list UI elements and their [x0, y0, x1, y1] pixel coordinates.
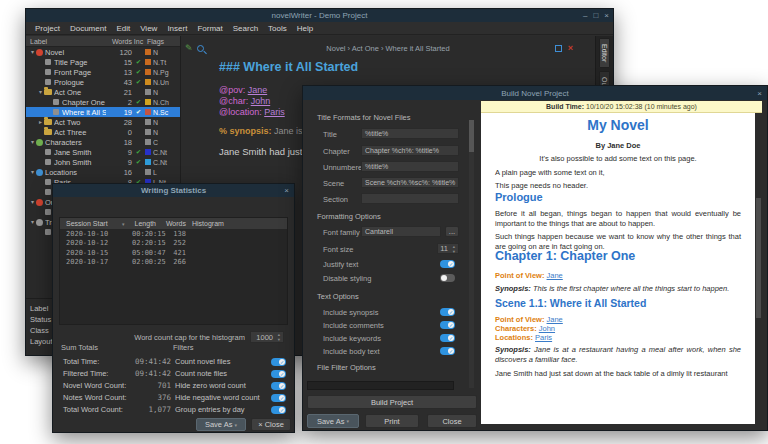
menu-view[interactable]: View [135, 24, 162, 33]
col-length[interactable]: Length [132, 220, 156, 227]
tag-link-paris[interactable]: Paris [264, 107, 285, 117]
menu-search[interactable]: Search [228, 24, 263, 33]
unnumbered-format-input[interactable]: %title% [361, 161, 459, 172]
title-format-input[interactable]: %title% [361, 128, 459, 139]
included-check-icon: ✔ [132, 108, 145, 116]
save-as-button[interactable]: Save As ▾ [307, 414, 359, 428]
toggle-disable-styling[interactable] [440, 274, 455, 282]
tag-link-john[interactable]: John [251, 96, 271, 106]
menu-document[interactable]: Document [65, 24, 111, 33]
tab-editor[interactable]: Editor [599, 38, 610, 68]
menu-help[interactable]: Help [292, 24, 318, 33]
tree-row[interactable]: ▾ Act One 21 N [26, 87, 180, 97]
expander-icon[interactable]: ▾ [37, 87, 44, 97]
settings-scrollbar[interactable] [469, 120, 474, 388]
tree-row[interactable]: Jane Smith 9 ✔ C.Nt [26, 147, 180, 157]
toggle-hide-zero-word-count[interactable]: ✓ [271, 382, 286, 390]
minimize-icon[interactable]: – [583, 11, 587, 20]
main-title-bar[interactable]: novelWriter - Demo Project – □ × [26, 9, 613, 22]
close-icon[interactable]: × [604, 11, 609, 20]
filter-row: Count note files✓ [175, 369, 286, 378]
tree-row[interactable]: Act Three 0 N [26, 127, 180, 137]
tree-row[interactable]: ▾ Locations 16 L [26, 167, 180, 177]
tree-row[interactable]: ▸ Act Two 28 N [26, 117, 180, 127]
tree-header[interactable]: Label Words Inc Flags [26, 36, 180, 47]
save-as-button[interactable]: Save As ▾ [196, 418, 246, 431]
scene-format-input[interactable]: Scene %ch%.%sc%: %title% [361, 177, 459, 188]
tag-link-jane[interactable]: Jane [248, 85, 268, 95]
toggle-group-entries-by-day[interactable]: ✓ [271, 406, 286, 414]
trash-icon [36, 219, 43, 226]
edit-document-icon[interactable]: ✎ [185, 43, 193, 53]
font-family-input[interactable]: Cantarell [361, 226, 441, 237]
close-button[interactable]: × Close [251, 418, 291, 431]
build-novel-project-dialog: Build Novel Project × Title Formats for … [302, 85, 768, 431]
sort-icon[interactable]: ▾ [122, 221, 132, 227]
menu-tools[interactable]: Tools [263, 24, 292, 33]
col-histogram[interactable]: Histogram [186, 220, 287, 227]
sessions-table[interactable]: Session Start ▾ Length Words Histogram 2… [59, 217, 288, 325]
tree-row[interactable]: John Smith 9 ✔ C.Nt [26, 157, 180, 167]
menu-format[interactable]: Format [192, 24, 227, 33]
toggle-count-note-files[interactable]: ✓ [271, 370, 286, 378]
tree-row[interactable]: Front Page 13 ✔ N.Pg [26, 67, 180, 77]
expander-icon[interactable]: ▸ [37, 117, 44, 127]
col-words[interactable]: Words [156, 220, 186, 227]
expander-icon[interactable]: ▾ [29, 167, 36, 177]
expander-icon[interactable]: ▾ [29, 197, 36, 207]
session-row[interactable]: 2020-10-15 05:00:47 421 [60, 248, 287, 258]
tree-col-words[interactable]: Words [106, 38, 132, 45]
session-row[interactable]: 2020-10-17 02:00:25 266 [60, 258, 287, 268]
preview-link-jane[interactable]: Jane [547, 315, 563, 324]
menu-project[interactable]: Project [30, 24, 65, 33]
status-chip [145, 159, 151, 165]
font-browse-button[interactable]: ... [445, 226, 459, 237]
menu-insert[interactable]: Insert [162, 24, 192, 33]
col-session-start[interactable]: Session Start [60, 220, 122, 227]
font-size-spinner[interactable]: 11 ▴▾ [437, 243, 459, 254]
tree-row[interactable]: Prologue 43 ✔ N.Un [26, 77, 180, 87]
print-button[interactable]: Print [365, 414, 419, 428]
expander-icon[interactable]: ▾ [29, 47, 36, 57]
build-title-bar[interactable]: Build Novel Project × [303, 86, 767, 100]
tree-row[interactable]: ▾ Novel 120 N [26, 47, 180, 57]
close-icon[interactable]: × [284, 184, 289, 197]
section-format-input[interactable] [361, 193, 459, 204]
session-row[interactable]: 2020-10-10 00:20:15 138 [60, 229, 287, 239]
tree-col-inc[interactable]: Inc [132, 38, 145, 45]
search-icon[interactable] [197, 45, 204, 52]
session-row[interactable]: 2020-10-12 02:20:15 252 [60, 239, 287, 249]
toggle-justify-text[interactable]: ✓ [440, 260, 455, 268]
document-heading: ### Where it All Started [219, 60, 585, 74]
stats-title-bar[interactable]: Writing Statistics × [53, 184, 294, 197]
expander-icon[interactable]: ▾ [29, 137, 36, 147]
toggle-include-synopsis[interactable]: ✓ [440, 308, 455, 316]
document-icon [45, 69, 51, 75]
tree-row[interactable]: Chapter One 2 ✔ N.Ch [26, 97, 180, 107]
chapter-format-input[interactable]: Chapter %ch%: %title% [361, 145, 459, 156]
maximize-icon[interactable]: □ [593, 11, 598, 20]
tree-row[interactable]: ▾ Characters 18 C [26, 137, 180, 147]
toggle-include-comments[interactable]: ✓ [440, 321, 455, 329]
tree-row-selected[interactable]: Where it All Start... 19 ✔ N.Sc [26, 107, 180, 117]
histogram-cap-spinner[interactable]: 1000 ▴▾ [250, 331, 284, 343]
tree-row[interactable]: Title Page 15 ✔ N.Tt [26, 57, 180, 67]
maximize-pane-icon[interactable] [555, 45, 562, 52]
tree-col-label[interactable]: Label [26, 38, 106, 45]
close-button[interactable]: Close [427, 414, 477, 428]
toggle-include-keywords[interactable]: ✓ [440, 334, 455, 342]
preview-scrollbar[interactable] [755, 113, 762, 424]
toggle-include-body-text[interactable]: ✓ [440, 347, 455, 355]
build-project-button[interactable]: Build Project [307, 395, 477, 409]
preview-link-john[interactable]: John [539, 324, 555, 333]
expander-icon[interactable]: ▾ [29, 217, 36, 227]
menu-edit[interactable]: Edit [111, 24, 135, 33]
close-document-icon[interactable]: × [568, 43, 573, 53]
close-icon[interactable]: × [757, 86, 762, 100]
toggle-count-novel-files[interactable]: ✓ [271, 358, 286, 366]
tree-col-flags[interactable]: Flags [145, 38, 177, 45]
preview-link-paris[interactable]: Paris [535, 333, 552, 342]
preview-page[interactable]: My Novel By Jane Doe It's also possible … [481, 113, 755, 424]
preview-link-jane[interactable]: Jane [547, 271, 563, 280]
toggle-hide-negative-word-count[interactable]: ✓ [271, 394, 286, 402]
